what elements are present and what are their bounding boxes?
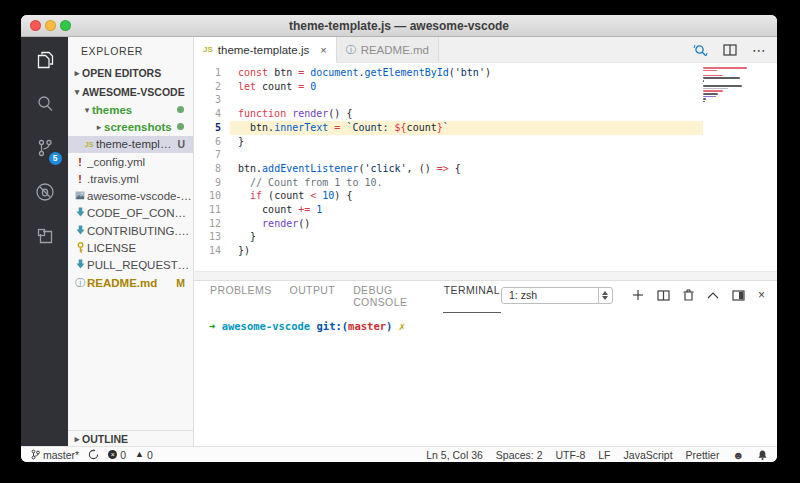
close-window-button[interactable] xyxy=(30,20,41,31)
shell-select-value: 1: zsh xyxy=(502,289,598,301)
language-mode-status[interactable]: JavaScript xyxy=(624,449,673,461)
activity-bar: 5 xyxy=(21,37,68,446)
panel-layout-button[interactable] xyxy=(732,290,745,301)
code-line[interactable]: btn.addEventListener('click', () => { xyxy=(230,162,703,176)
minimap-line xyxy=(703,70,717,72)
editor-actions: ⋯ xyxy=(693,37,767,63)
file-item-config-yml[interactable]: ! _config.yml xyxy=(68,153,193,170)
code-line[interactable]: render() xyxy=(230,217,703,231)
file-item-license[interactable]: LICENSE xyxy=(68,239,193,256)
open-editors-section[interactable]: ▸ OPEN EDITORS xyxy=(68,63,193,82)
code-line[interactable]: function render() { xyxy=(230,107,703,121)
terminal-content[interactable]: ➜ awesome-vscode git:(master) ✗ xyxy=(194,309,777,446)
outline-section[interactable]: ▸ OUTLINE xyxy=(68,430,193,446)
js-file-icon: JS xyxy=(203,45,213,54)
warning-count: 0 xyxy=(147,449,153,461)
kill-terminal-button[interactable] xyxy=(683,289,694,301)
outline-label: OUTLINE xyxy=(82,433,128,445)
tab-output[interactable]: OUTPUT xyxy=(289,277,337,313)
line-number: 10 xyxy=(194,189,221,203)
new-terminal-button[interactable] xyxy=(632,289,644,301)
code-line[interactable]: let count = 0 xyxy=(230,80,703,94)
minimap-line xyxy=(703,88,728,90)
code-line[interactable]: count += 1 xyxy=(230,203,703,217)
line-number: 12 xyxy=(194,217,221,231)
tab-problems[interactable]: PROBLEMS xyxy=(209,277,273,313)
sync-button[interactable] xyxy=(88,449,99,460)
folder-item-screenshots[interactable]: ▸ screenshots xyxy=(68,118,193,135)
source-control-activity-button[interactable]: 5 xyxy=(32,135,58,161)
split-terminal-button[interactable] xyxy=(657,290,670,301)
file-item-code-of-conduct[interactable]: CODE_OF_CONDUCT... xyxy=(68,205,193,222)
file-item-theme-template[interactable]: JS theme-template... U xyxy=(68,136,193,153)
chevron-right-icon: ▸ xyxy=(72,68,82,78)
feedback-smiley-icon[interactable]: ☻ xyxy=(732,449,744,461)
window-title: theme-template.js — awesome-vscode xyxy=(289,19,509,33)
horizontal-scrollbar[interactable] xyxy=(194,271,777,280)
tab-debug-console[interactable]: DEBUG CONSOLE xyxy=(352,277,427,313)
extensions-activity-button[interactable] xyxy=(32,223,58,249)
titlebar[interactable]: theme-template.js — awesome-vscode xyxy=(21,15,777,37)
explorer-activity-button[interactable] xyxy=(32,47,58,73)
file-item-logo[interactable]: awesome-vscode-logo.. xyxy=(68,187,193,204)
code-line[interactable] xyxy=(230,148,703,162)
select-stepper-icon xyxy=(598,288,612,303)
close-tab-icon[interactable]: × xyxy=(320,44,326,56)
code-editor: 1234567891011121314 const btn = document… xyxy=(194,63,777,280)
code-lines: const btn = document.getElementById('btn… xyxy=(230,66,777,271)
code-line[interactable] xyxy=(230,93,703,107)
maximize-panel-button[interactable] xyxy=(707,291,719,299)
code-line[interactable]: // Count from 1 to 10. xyxy=(230,176,703,190)
warnings-status[interactable]: ▲ 0 xyxy=(135,449,153,461)
search-activity-button[interactable] xyxy=(32,91,58,117)
vscode-window: theme-template.js — awesome-vscode xyxy=(21,15,777,462)
terminal-shell-select[interactable]: 1: zsh xyxy=(501,287,613,304)
errors-status[interactable]: × 0 xyxy=(108,449,126,461)
file-item-travis-yml[interactable]: ! .travis.yml xyxy=(68,170,193,187)
code-line[interactable]: const btn = document.getElementById('btn… xyxy=(230,66,703,80)
encoding-status[interactable]: UTF-8 xyxy=(556,449,586,461)
line-number: 7 xyxy=(194,148,221,162)
search-icon xyxy=(34,93,56,115)
close-panel-button[interactable]: × xyxy=(758,288,765,302)
tab-readme-md[interactable]: ⓘ README.md xyxy=(337,37,439,62)
notifications-bell-icon[interactable] xyxy=(757,449,768,461)
file-item-readme[interactable]: ⓘ README.md M xyxy=(68,274,193,291)
code-line[interactable]: btn.innerText = `Count: ${count}` xyxy=(230,121,703,135)
minimize-window-button[interactable] xyxy=(45,20,56,31)
open-changes-icon[interactable] xyxy=(693,43,708,58)
sidebar-title: EXPLORER xyxy=(68,37,193,63)
git-branch-status[interactable]: master* xyxy=(31,449,79,461)
zoom-window-button[interactable] xyxy=(60,20,71,31)
minimap-line xyxy=(703,67,747,69)
code-line[interactable]: } xyxy=(230,230,703,244)
root-folder-label: AWESOME-VSCODE xyxy=(82,86,185,98)
status-bar: master* × 0 ▲ 0 Ln 5, Col 36 Spaces: 2 U… xyxy=(21,446,777,462)
warning-icon: ▲ xyxy=(135,450,144,459)
minimap[interactable] xyxy=(703,67,749,102)
formatter-status[interactable]: Prettier xyxy=(686,449,720,461)
tab-terminal[interactable]: TERMINAL xyxy=(443,277,501,313)
debug-activity-button[interactable] xyxy=(32,179,58,205)
file-item-contributing[interactable]: CONTRIBUTING.md xyxy=(68,222,193,239)
error-icon: × xyxy=(108,450,117,459)
file-item-pull-request-template[interactable]: PULL_REQUEST_TEMP... xyxy=(68,257,193,274)
minimap-line xyxy=(703,93,718,95)
code-line[interactable]: if (count < 10) { xyxy=(230,189,703,203)
cursor-position-status[interactable]: Ln 5, Col 36 xyxy=(426,449,483,461)
source-control-badge: 5 xyxy=(49,152,62,165)
code-line[interactable]: }) xyxy=(230,244,703,258)
indentation-status[interactable]: Spaces: 2 xyxy=(496,449,543,461)
branch-name: master* xyxy=(43,449,79,461)
git-modified-badge: M xyxy=(176,277,193,289)
tab-theme-template-js[interactable]: JS theme-template.js × xyxy=(194,37,337,63)
code-line[interactable]: } xyxy=(230,135,703,149)
extensions-icon xyxy=(34,225,56,247)
eol-status[interactable]: LF xyxy=(598,449,610,461)
explorer-sidebar: EXPLORER ▸ OPEN EDITORS ▾ AWESOME-VSCODE… xyxy=(68,37,194,446)
panel-controls: 1: zsh xyxy=(501,287,765,304)
split-editor-icon[interactable] xyxy=(723,44,737,56)
folder-item-themes[interactable]: ▾ themes xyxy=(68,101,193,118)
more-actions-icon[interactable]: ⋯ xyxy=(752,45,767,55)
root-folder-section[interactable]: ▾ AWESOME-VSCODE xyxy=(68,82,193,101)
